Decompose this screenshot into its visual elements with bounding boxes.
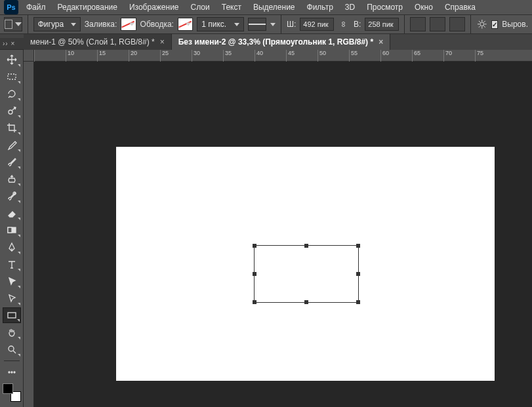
- fill-color-swatch[interactable]: [121, 18, 136, 31]
- foreground-background-colors[interactable]: [3, 383, 21, 402]
- tool-edit-toolbar[interactable]: [3, 364, 21, 380]
- tool-clone-stamp[interactable]: [3, 171, 21, 187]
- svg-rect-11: [8, 313, 16, 318]
- path-alignment-button[interactable]: [430, 17, 445, 31]
- tool-eyedropper[interactable]: [3, 137, 21, 153]
- menu-filter[interactable]: Фильтр: [303, 0, 337, 14]
- tool-mode-dropdown[interactable]: Фигура: [33, 17, 81, 31]
- menu-file[interactable]: Файл: [22, 0, 50, 14]
- tool-marquee[interactable]: [3, 69, 21, 85]
- ruler-tick: 60: [380, 50, 412, 62]
- stroke-label: Обводка:: [140, 20, 174, 29]
- ruler-tick: 40: [255, 50, 286, 62]
- path-operations-button[interactable]: [410, 17, 426, 31]
- shape-rectangle-selection[interactable]: [254, 245, 359, 303]
- close-icon[interactable]: ×: [160, 37, 165, 47]
- ruler-tick: [34, 50, 66, 62]
- menu-layer[interactable]: Слои: [187, 0, 214, 14]
- path-arrangement-button[interactable]: [449, 17, 465, 31]
- document-tab-bar: ›› × мени-1 @ 50% (Слой 1, RGB/8#) * × Б…: [0, 34, 532, 50]
- menu-type[interactable]: Текст: [218, 0, 245, 14]
- stroke-width-dropdown[interactable]: 1 пикс.: [197, 17, 244, 31]
- ruler-tick: 50: [317, 50, 349, 62]
- solid-line-icon: [249, 24, 266, 25]
- transform-handle[interactable]: [304, 300, 308, 304]
- tool-quick-selection[interactable]: [3, 103, 21, 119]
- chevron-down-icon: [129, 23, 134, 26]
- tool-rectangle[interactable]: [3, 307, 21, 323]
- panel-collapse-strip[interactable]: ›› ×: [0, 38, 24, 50]
- svg-point-15: [14, 372, 15, 373]
- tool-gradient[interactable]: [3, 222, 21, 238]
- tool-brush[interactable]: [3, 154, 21, 170]
- tool-mode-label: Фигура: [38, 20, 64, 29]
- tool-direct-selection[interactable]: [3, 290, 21, 306]
- ruler-origin[interactable]: [24, 50, 34, 61]
- transform-handle[interactable]: [356, 272, 360, 276]
- horizontal-ruler[interactable]: 10 15 20 25 30 35 40 45 50 55 60 65 70 7…: [24, 50, 532, 62]
- transform-handle[interactable]: [356, 300, 360, 304]
- separator: [4, 360, 20, 361]
- tool-preset-picker[interactable]: [4, 17, 22, 31]
- stroke-width-value: 1 пикс.: [201, 20, 226, 29]
- width-label: Ш:: [287, 20, 296, 29]
- svg-rect-10: [8, 227, 12, 233]
- menu-3d[interactable]: 3D: [341, 0, 359, 14]
- foreground-color-swatch[interactable]: [3, 383, 13, 394]
- menu-image[interactable]: Изображение: [125, 0, 183, 14]
- chevron-down-icon: [234, 23, 239, 26]
- chevron-down-icon: [71, 23, 76, 26]
- chevron-down-icon: [186, 23, 191, 26]
- transform-handle[interactable]: [253, 244, 256, 248]
- height-input[interactable]: [365, 18, 399, 31]
- document-tab[interactable]: Без имени-2 @ 33,3% (Прямоугольник 1, RG…: [172, 34, 390, 50]
- transform-handle[interactable]: [356, 244, 360, 248]
- stroke-color-swatch[interactable]: [178, 18, 193, 31]
- tool-move[interactable]: [3, 52, 21, 68]
- align-edges-checkbox[interactable]: ✓: [491, 20, 498, 29]
- transform-handle[interactable]: [253, 272, 256, 276]
- pasteboard[interactable]: [34, 62, 532, 407]
- rectangle-icon: [5, 20, 12, 29]
- tool-path-selection[interactable]: [3, 273, 21, 289]
- menu-select[interactable]: Выделение: [249, 0, 299, 14]
- app-logo: Ps: [4, 0, 18, 14]
- document-tab[interactable]: мени-1 @ 50% (Слой 1, RGB/8#) * ×: [24, 34, 172, 50]
- ruler-tick: 55: [349, 50, 380, 62]
- ruler-tick: 45: [286, 50, 317, 62]
- ruler-tick: 25: [160, 50, 192, 62]
- ruler-tick: 70: [443, 50, 475, 62]
- tool-eraser[interactable]: [3, 205, 21, 221]
- svg-point-5: [480, 22, 484, 26]
- tool-pen[interactable]: [3, 239, 21, 255]
- menu-edit[interactable]: Редактирование: [54, 0, 121, 14]
- tool-type[interactable]: [3, 256, 21, 272]
- workspace: 10 15 20 25 30 35 40 45 50 55 60 65 70 7…: [0, 50, 532, 407]
- collapse-icon: ›› ×: [3, 40, 15, 47]
- canvas-area: 10 15 20 25 30 35 40 45 50 55 60 65 70 7…: [24, 50, 532, 407]
- tool-crop[interactable]: [3, 120, 21, 136]
- width-input[interactable]: [300, 18, 334, 31]
- tool-zoom[interactable]: [3, 341, 21, 357]
- transform-handle[interactable]: [304, 244, 308, 248]
- gear-button[interactable]: [476, 17, 488, 31]
- transform-handle[interactable]: [253, 300, 256, 304]
- gear-icon: [477, 19, 487, 29]
- ruler-tick: 10: [66, 50, 97, 62]
- tool-hand[interactable]: [3, 324, 21, 340]
- link-dimensions-button[interactable]: ∞: [338, 17, 350, 31]
- link-icon: ∞: [339, 22, 348, 28]
- divider: [404, 15, 405, 33]
- vertical-ruler[interactable]: [24, 62, 34, 407]
- ruler-tick: 35: [223, 50, 255, 62]
- stroke-style-dropdown[interactable]: [248, 18, 266, 31]
- options-bar: Фигура Заливка: Обводка: 1 пикс. Ш: ∞ В:: [0, 14, 532, 34]
- tool-history-brush[interactable]: [3, 188, 21, 204]
- close-icon[interactable]: ×: [379, 37, 383, 47]
- svg-rect-6: [8, 74, 16, 79]
- tool-lasso[interactable]: [3, 86, 21, 102]
- menu-view[interactable]: Просмотр: [363, 0, 407, 14]
- divider: [281, 15, 281, 33]
- chevron-down-icon: [15, 22, 22, 26]
- document-tab-title: Без имени-2 @ 33,3% (Прямоугольник 1, RG…: [178, 37, 373, 47]
